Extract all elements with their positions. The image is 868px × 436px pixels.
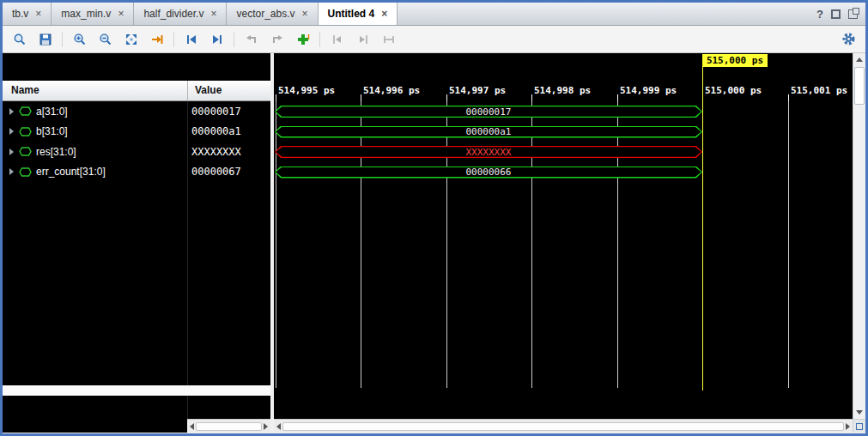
- wave-row-err-count[interactable]: 00000066: [274, 162, 853, 183]
- wave-vertical-scrollbar[interactable]: [853, 53, 865, 433]
- tab-tb-v[interactable]: tb.v ×: [3, 3, 52, 25]
- toolbar-separator: [62, 32, 63, 47]
- name-value-column-divider[interactable]: [187, 101, 188, 419]
- time-cursor-line[interactable]: [702, 67, 703, 391]
- bus-signal-icon: [19, 127, 32, 136]
- toolbar-separator: [234, 32, 234, 47]
- bus-signal-icon: [19, 167, 32, 177]
- wave-horizontal-scrollbar[interactable]: [274, 419, 853, 433]
- help-icon[interactable]: ?: [816, 8, 823, 21]
- signal-name: b[31:0]: [36, 125, 68, 137]
- cursor-time-badge[interactable]: 515,000 ps: [702, 54, 768, 67]
- next-marker-icon: [351, 29, 374, 50]
- signal-value: 00000067: [191, 166, 241, 178]
- bus-value-text: 00000066: [275, 167, 702, 179]
- panel-bottom-strip: [3, 385, 270, 396]
- zoom-fit-icon[interactable]: [119, 29, 143, 50]
- scroll-down-button[interactable]: [853, 406, 865, 419]
- signal-row-b[interactable]: b[31:0] 000000a1: [3, 122, 270, 142]
- signal-value: XXXXXXXX: [191, 146, 241, 158]
- go-to-time-0-icon: [240, 29, 263, 50]
- zoom-out-icon[interactable]: [94, 29, 117, 50]
- zoom-icon[interactable]: [8, 29, 31, 50]
- wave-row-a[interactable]: 00000017: [274, 101, 853, 122]
- expand-chevron-icon[interactable]: [9, 168, 14, 175]
- toolbar-separator: [319, 32, 320, 47]
- ruler-tick: [446, 94, 447, 101]
- wave-row-b[interactable]: 000000a1: [274, 122, 853, 142]
- expand-chevron-icon[interactable]: [9, 128, 14, 135]
- ruler-label: 515,001 ps: [791, 85, 847, 96]
- scroll-right-icon[interactable]: [846, 423, 850, 430]
- signal-row-err-count[interactable]: err_count[31:0] 00000067: [3, 162, 270, 183]
- scroll-up-icon: [856, 58, 863, 62]
- tab-label: Untitled 4: [328, 8, 375, 20]
- go-to-last-time-icon: [265, 29, 288, 50]
- wave-row-res[interactable]: XXXXXXXX: [274, 142, 853, 162]
- ruler-label: 514,995 ps: [278, 85, 335, 96]
- corner-resize-icon: [856, 423, 863, 430]
- tab-close-icon[interactable]: ×: [35, 9, 41, 19]
- save-icon[interactable]: [33, 29, 57, 50]
- ruler-label: 515,000 ps: [705, 85, 762, 96]
- bus-signal-icon: [19, 147, 32, 156]
- zoom-to-cursor-icon[interactable]: [145, 29, 168, 50]
- ruler-label: 514,999 ps: [620, 85, 677, 96]
- tab-close-icon[interactable]: ×: [302, 9, 308, 19]
- tab-vector-abs-v[interactable]: vector_abs.v ×: [227, 3, 318, 25]
- waveform-canvas[interactable]: 515,000 ps 514,995 ps 514,996 ps 514,997…: [274, 53, 853, 433]
- ruler-label: 514,998 ps: [534, 85, 591, 96]
- previous-transition-icon[interactable]: [179, 29, 203, 50]
- tab-untitled-4[interactable]: Untitled 4 ×: [319, 3, 398, 25]
- expand-chevron-icon[interactable]: [9, 148, 14, 155]
- signal-value: 000000a1: [191, 125, 241, 137]
- tab-bar: tb.v × max_min.v × half_divider.v × vect…: [3, 3, 865, 26]
- ruler-tick: [788, 94, 789, 101]
- scroll-up-button[interactable]: [853, 53, 865, 66]
- add-marker-icon[interactable]: [291, 29, 314, 50]
- tab-max-min-v[interactable]: max_min.v ×: [52, 3, 134, 25]
- signal-row-a[interactable]: a[31:0] 00000017: [3, 101, 270, 122]
- settings-gear-icon[interactable]: [837, 29, 860, 50]
- maximize-window-icon[interactable]: [848, 9, 858, 19]
- ruler-tick: [617, 94, 618, 101]
- scrollbar-thumb[interactable]: [196, 422, 262, 431]
- scroll-left-icon[interactable]: [276, 423, 281, 430]
- tab-close-icon[interactable]: ×: [210, 9, 216, 19]
- scrollbar-thumb[interactable]: [282, 422, 844, 431]
- scrollbar-thumb[interactable]: [854, 67, 865, 105]
- ruler-tick: [361, 94, 361, 101]
- bus-value-shape: 00000066: [275, 167, 702, 179]
- tab-label: tb.v: [12, 8, 28, 20]
- scroll-down-icon: [856, 410, 863, 415]
- signal-value: 00000017: [191, 106, 241, 118]
- expand-chevron-icon[interactable]: [9, 108, 14, 115]
- signal-panel-header: Name Value: [3, 81, 270, 101]
- wave-main-area: Name Value a[31:0] 00000017 b[31:0] 0000…: [3, 53, 865, 433]
- bus-value-text: 00000017: [275, 106, 702, 118]
- previous-marker-icon: [325, 29, 349, 50]
- signal-name: err_count[31:0]: [36, 166, 106, 178]
- signal-panel: Name Value a[31:0] 00000017 b[31:0] 0000…: [3, 53, 270, 433]
- tab-half-divider-v[interactable]: half_divider.v ×: [134, 3, 227, 25]
- zoom-in-icon[interactable]: [68, 29, 91, 50]
- signal-row-res[interactable]: res[31:0] XXXXXXXX: [3, 142, 270, 162]
- float-window-icon[interactable]: [831, 9, 841, 19]
- ruler-tick: [531, 94, 532, 101]
- signal-name: a[31:0]: [36, 106, 68, 118]
- panel-horizontal-scrollbar[interactable]: [187, 419, 270, 433]
- name-column-header: Name: [11, 84, 39, 96]
- fit-between-markers-icon: [377, 29, 400, 50]
- scrollbar-corner: [853, 419, 865, 433]
- tab-close-icon[interactable]: ×: [381, 9, 387, 19]
- tab-label: max_min.v: [61, 8, 111, 20]
- next-transition-icon[interactable]: [205, 29, 228, 50]
- bus-value-text: XXXXXXXX: [275, 146, 702, 158]
- bus-value-shape: 000000a1: [275, 126, 702, 138]
- bus-value-shape: XXXXXXXX: [275, 146, 702, 158]
- window-controls: ?: [816, 3, 865, 25]
- bus-signal-icon: [19, 106, 32, 116]
- tab-close-icon[interactable]: ×: [118, 9, 124, 19]
- scroll-right-icon[interactable]: [264, 423, 268, 430]
- scroll-left-icon[interactable]: [190, 423, 194, 430]
